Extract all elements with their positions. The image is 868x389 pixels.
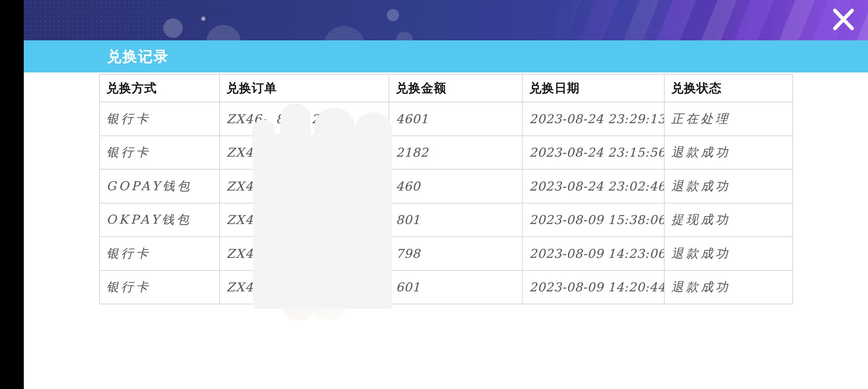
cell-method: 银行卡 bbox=[99, 136, 220, 170]
cell-amount: 601 bbox=[389, 270, 522, 304]
banner-diagonal-stripes bbox=[544, 0, 868, 41]
bokeh-circle bbox=[201, 17, 205, 21]
cell-order: ZX46- 8 2 bbox=[220, 102, 389, 136]
dialog-title-bar: 兑换记录 bbox=[24, 40, 868, 72]
close-icon bbox=[832, 7, 855, 32]
cell-order: ZX46 bbox=[220, 237, 389, 270]
cell-method: 银行卡 bbox=[99, 237, 220, 270]
order-visible-prefix: ZX46- bbox=[226, 112, 267, 126]
cell-order: ZX46 bbox=[220, 203, 389, 237]
exchange-records-table: 兑换方式 兑换订单 兑换金额 兑换日期 兑换状态 银行卡 ZX46- 8 2 4… bbox=[99, 74, 793, 304]
header-method: 兑换方式 bbox=[99, 74, 220, 102]
cell-method: OKPAY钱包 bbox=[99, 203, 220, 237]
cell-date: 2023-08-24 23:02:46 bbox=[522, 169, 664, 203]
table-row: 银行卡 ZX46 2182 2023-08-24 23:15:56 退款成功 bbox=[99, 136, 793, 170]
cell-status: 退款成功 bbox=[664, 237, 793, 270]
table-row: 银行卡 ZX46- 8 2 4601 2023-08-24 23:29:13 正… bbox=[99, 102, 793, 136]
cell-order: ZX46 bbox=[220, 169, 389, 203]
table-header-row: 兑换方式 兑换订单 兑换金额 兑换日期 兑换状态 bbox=[99, 74, 793, 102]
cell-amount: 460 bbox=[389, 169, 522, 203]
bokeh-circle bbox=[323, 26, 365, 41]
cell-order: ZX4 bbox=[220, 270, 389, 304]
cell-date: 2023-08-24 23:15:56 bbox=[522, 136, 664, 170]
cell-status: 提现成功 bbox=[664, 203, 793, 237]
header-order: 兑换订单 bbox=[220, 74, 389, 102]
close-button[interactable] bbox=[828, 4, 859, 35]
table-row: OKPAY钱包 ZX46 801 2023-08-09 15:38:06 提现成… bbox=[99, 203, 793, 237]
order-peek-digit: 8 bbox=[276, 112, 284, 126]
cell-amount: 4601 bbox=[389, 102, 522, 136]
letterbox-left-bar bbox=[0, 0, 24, 389]
decorative-banner bbox=[24, 0, 868, 41]
bokeh-circle bbox=[387, 9, 399, 21]
table-row: 银行卡 ZX46 798 2023-08-09 14:23:06 退款成功 bbox=[99, 237, 793, 270]
header-status: 兑换状态 bbox=[664, 74, 793, 102]
cell-method: 银行卡 bbox=[99, 102, 220, 136]
cell-date: 2023-08-09 14:23:06 bbox=[522, 237, 664, 270]
cell-date: 2023-08-24 23:29:13 bbox=[522, 102, 664, 136]
header-date: 兑换日期 bbox=[522, 74, 664, 102]
cell-date: 2023-08-09 15:38:06 bbox=[522, 203, 664, 237]
cell-order: ZX46 bbox=[220, 136, 389, 170]
cell-amount: 2182 bbox=[389, 136, 522, 170]
cell-status: 退款成功 bbox=[664, 270, 793, 304]
table-row: GOPAY钱包 ZX46 460 2023-08-24 23:02:46 退款成… bbox=[99, 169, 793, 203]
cell-amount: 801 bbox=[389, 203, 522, 237]
page-title: 兑换记录 bbox=[107, 40, 169, 72]
cell-status: 退款成功 bbox=[664, 136, 793, 170]
header-amount: 兑换金额 bbox=[389, 74, 522, 102]
cell-amount: 798 bbox=[389, 237, 522, 270]
cell-status: 正在处理 bbox=[664, 102, 793, 136]
cell-date: 2023-08-09 14:20:44 bbox=[522, 270, 664, 304]
bokeh-circle bbox=[396, 32, 413, 41]
cell-status: 退款成功 bbox=[664, 169, 793, 203]
table-row: 银行卡 ZX4 601 2023-08-09 14:20:44 退款成功 bbox=[99, 270, 793, 304]
bokeh-circle bbox=[163, 18, 183, 38]
cell-method: 银行卡 bbox=[99, 270, 220, 304]
cell-method: GOPAY钱包 bbox=[99, 169, 220, 203]
order-peek-digit: 2 bbox=[311, 112, 320, 126]
